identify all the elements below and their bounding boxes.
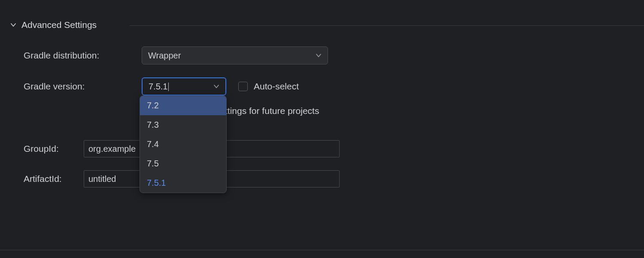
advanced-settings-header[interactable]: Advanced Settings (10, 20, 97, 30)
divider (0, 250, 644, 250)
gradle-version-row: Gradle version: 7.5.1 Auto-select (24, 77, 299, 95)
gradle-version-value: 7.5.1 (149, 82, 169, 92)
version-option[interactable]: 7.3 (140, 115, 226, 135)
group-id-label: GroupId: (24, 144, 84, 154)
gradle-distribution-label: Gradle distribution: (24, 50, 142, 61)
divider (130, 25, 644, 26)
version-option[interactable]: 7.2 (140, 96, 226, 115)
section-title: Advanced Settings (21, 20, 97, 30)
version-option[interactable]: 7.5 (140, 154, 226, 173)
chevron-down-icon (213, 83, 219, 89)
chevron-down-icon (10, 22, 16, 28)
remember-settings-label: ttings for future projects (225, 106, 319, 116)
gradle-distribution-value: Wrapper (148, 51, 181, 61)
gradle-distribution-dropdown[interactable]: Wrapper (142, 46, 328, 64)
auto-select-group: Auto-select (238, 81, 299, 92)
gradle-version-options: 7.2 7.3 7.4 7.5 7.5.1 (140, 95, 227, 193)
chevron-down-icon (316, 52, 322, 58)
gradle-version-dropdown[interactable]: 7.5.1 (142, 77, 226, 95)
artifact-id-label: ArtifactId: (24, 174, 84, 184)
gradle-version-label: Gradle version: (24, 81, 142, 92)
gradle-distribution-row: Gradle distribution: Wrapper (24, 46, 328, 64)
version-option[interactable]: 7.4 (140, 135, 226, 154)
auto-select-checkbox[interactable] (238, 82, 248, 91)
auto-select-label: Auto-select (254, 81, 299, 92)
version-option[interactable]: 7.5.1 (140, 173, 226, 193)
